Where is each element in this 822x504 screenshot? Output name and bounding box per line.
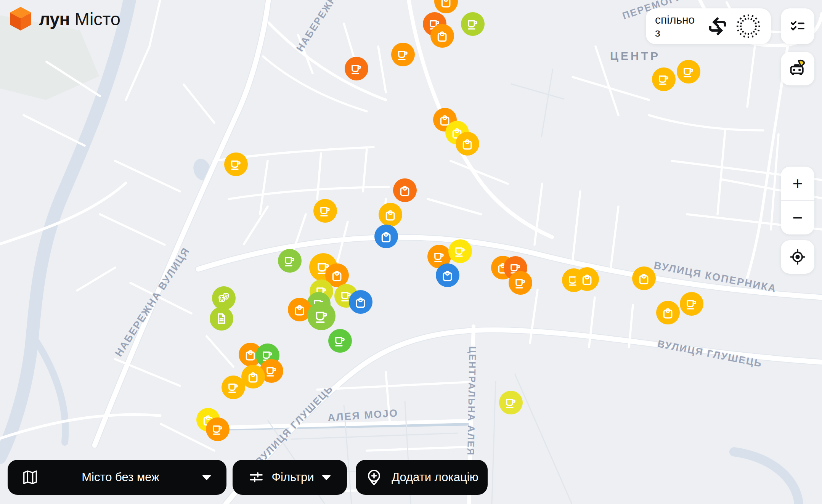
sliders-icon	[249, 470, 264, 485]
filters-label: Фільтри	[271, 470, 314, 484]
layers-list-button[interactable]	[781, 8, 814, 44]
radial-burst-logo	[735, 12, 762, 40]
map-marker-bag[interactable]	[393, 178, 417, 202]
map-marker-coffee[interactable]	[652, 67, 676, 91]
chevron-down-icon	[202, 475, 211, 480]
map-marker-coffee[interactable]	[448, 239, 472, 263]
map-marker-bag[interactable]	[374, 225, 398, 248]
map-marker-coffee[interactable]	[307, 302, 336, 330]
map-marker-coffee[interactable]	[345, 57, 368, 80]
map-marker-coffee[interactable]	[680, 292, 703, 316]
partner-banner[interactable]: спільно з	[646, 8, 771, 44]
map-marker-coffee[interactable]	[677, 60, 700, 83]
map-marker-bag[interactable]	[456, 132, 479, 156]
checklist-icon	[790, 18, 806, 34]
map-marker-bag[interactable]	[575, 267, 599, 291]
map-marker-coffee[interactable]	[206, 417, 230, 441]
zoom-panel: + −	[781, 167, 814, 234]
car-icon	[787, 58, 808, 79]
lun-cube-logo	[8, 6, 33, 31]
map-marker-coffee[interactable]	[313, 199, 337, 223]
map-marker-bag[interactable]	[379, 203, 402, 226]
map-marker-coffee[interactable]	[278, 249, 302, 273]
lun-misto-app: ЦЕНТР НАБЕРЕЖНАПЕРЕМОГИНАБЕРЕЖНА ВУЛИЦЯВ…	[0, 0, 822, 504]
city-selector-button[interactable]: Місто без меж	[8, 460, 226, 495]
map-icon	[21, 469, 39, 486]
map-marker-coffee[interactable]	[499, 391, 523, 414]
map-marker-masks[interactable]	[212, 286, 236, 310]
markers-layer	[0, 0, 822, 504]
map-marker-coffee[interactable]	[328, 329, 352, 353]
app-logo: лун Місто	[8, 6, 120, 31]
chevron-down-icon	[322, 475, 331, 480]
map-marker-coffee[interactable]	[222, 376, 245, 399]
product-name: Місто	[75, 8, 120, 29]
map-marker-bag[interactable]	[349, 290, 372, 314]
brand-name: лун	[39, 8, 70, 29]
pin-plus-icon	[365, 468, 383, 486]
map-marker-bag[interactable]	[436, 263, 459, 287]
map-marker-bag[interactable]	[434, 0, 458, 13]
map-marker-coffee[interactable]	[461, 12, 485, 36]
zoom-in-button[interactable]: +	[781, 167, 814, 200]
map-marker-coffee[interactable]	[509, 271, 532, 295]
add-location-label: Додати локацію	[392, 470, 478, 484]
crosshair-icon	[789, 249, 806, 265]
filters-button[interactable]: Фільтри	[233, 460, 347, 495]
map-marker-coffee[interactable]	[224, 152, 248, 176]
locate-me-button[interactable]	[781, 240, 814, 274]
add-location-button[interactable]: Додати локацію	[356, 460, 488, 495]
city-selector-label: Місто без меж	[39, 470, 202, 484]
map-marker-coffee[interactable]	[391, 43, 415, 66]
transfer-arrows-logo	[706, 14, 729, 38]
map-marker-bag[interactable]	[632, 266, 656, 290]
zoom-out-button[interactable]: −	[781, 201, 814, 234]
map-marker-document[interactable]	[210, 307, 233, 331]
map-marker-bag[interactable]	[656, 301, 680, 324]
transport-button[interactable]	[781, 52, 814, 85]
map-marker-bag[interactable]	[430, 24, 454, 48]
partner-label: спільно з	[655, 13, 700, 39]
